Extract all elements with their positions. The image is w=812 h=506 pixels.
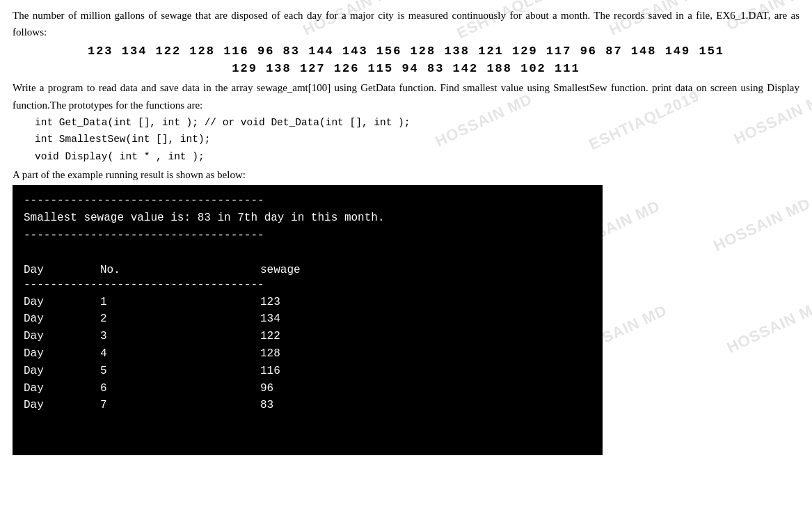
row-day: Day	[24, 397, 100, 414]
row-sewage: 123	[260, 294, 372, 311]
terminal-sep-1: ------------------------------------	[24, 192, 591, 209]
row-sewage: 122	[260, 328, 372, 345]
intro-paragraph: The number of million gallons of sewage …	[13, 7, 799, 40]
data-row-2: 129 138 127 126 115 94 83 142 188 102 11…	[13, 62, 799, 75]
row-sewage: 96	[260, 380, 372, 397]
header-sewage: sewage	[260, 264, 372, 276]
terminal-sep-3: ------------------------------------	[24, 276, 591, 294]
terminal-data: Day 1 123 Day 2 134 Day 3 122 Day 4 128 …	[24, 294, 591, 415]
row-no: 6	[100, 380, 260, 397]
row-day: Day	[24, 328, 100, 345]
code-line-2-text: SmallestSew(int [], int);	[59, 134, 211, 145]
row-sewage: 83	[260, 397, 372, 414]
code-line-3-text: Display( int * , int );	[65, 151, 205, 162]
row-no: 2	[100, 310, 260, 328]
table-row: Day 1 123	[24, 294, 591, 311]
terminal-result: Smallest sewage value is: 83 in 7th day …	[24, 209, 591, 227]
code-block: int Get_Data(int [], int ); // or void D…	[35, 114, 799, 166]
table-row: Day 6 96	[24, 380, 591, 397]
header-no: No.	[100, 264, 260, 276]
table-row: Day 7 83	[24, 397, 591, 414]
row-sewage: 116	[260, 363, 372, 380]
result-label: A part of the example running result is …	[13, 169, 799, 181]
code-line-3: void Display( int * , int );	[35, 148, 799, 166]
code-line-1: int Get_Data(int [], int ); // or void D…	[35, 114, 799, 132]
table-row: Day 4 128	[24, 345, 591, 363]
row-day: Day	[24, 380, 100, 397]
row-day: Day	[24, 294, 100, 311]
header-day: Day	[24, 264, 100, 276]
problem-paragraph: Write a program to read data and save da…	[13, 79, 799, 114]
data-row-1: 123 134 122 128 116 96 83 144 143 156 12…	[13, 45, 799, 58]
row-sewage: 134	[260, 310, 372, 328]
row-day: Day	[24, 310, 100, 328]
row-no: 5	[100, 363, 260, 380]
terminal-header: Day No. sewage	[24, 264, 591, 276]
row-day: Day	[24, 363, 100, 380]
terminal-sep-2: ------------------------------------	[24, 227, 591, 244]
code-line-1-text: Get_Data(int [], int ); // or void Det_D…	[59, 117, 411, 128]
code-kw-int2: int	[35, 134, 53, 145]
row-day: Day	[24, 345, 100, 363]
table-row: Day 3 122	[24, 328, 591, 345]
table-row: Day 5 116	[24, 363, 591, 380]
terminal-window: ------------------------------------ Sma…	[13, 185, 603, 455]
code-kw-void: void	[35, 151, 59, 162]
row-sewage: 128	[260, 345, 372, 363]
row-no: 1	[100, 294, 260, 311]
code-line-2: int SmallestSew(int [], int);	[35, 131, 799, 148]
table-row: Day 2 134	[24, 310, 591, 328]
code-kw-int: int	[35, 117, 53, 128]
row-no: 4	[100, 345, 260, 363]
row-no: 3	[100, 328, 260, 345]
row-no: 7	[100, 397, 260, 414]
